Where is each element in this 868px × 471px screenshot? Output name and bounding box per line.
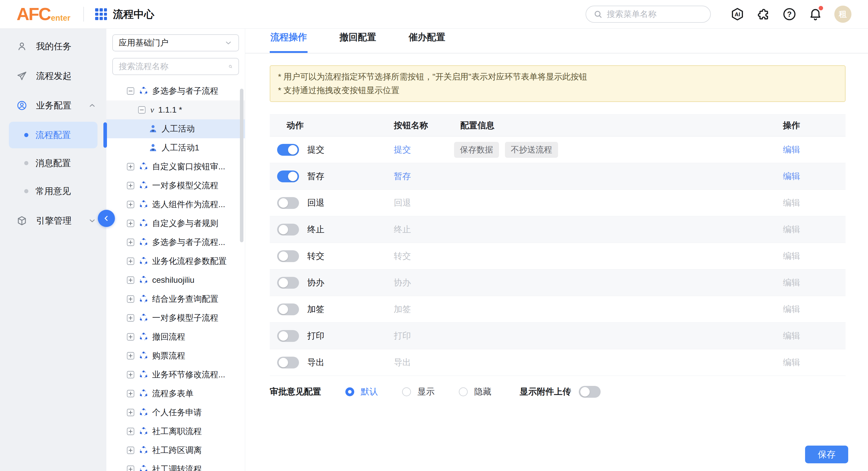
enable-toggle[interactable]: [277, 224, 299, 236]
enable-toggle[interactable]: [277, 277, 299, 289]
tab-process-actions[interactable]: 流程操作: [270, 31, 308, 53]
collapse-minus-icon[interactable]: [137, 105, 146, 114]
table-row-save-draft: 暂存 暂存 编辑: [270, 163, 845, 190]
sidebar-item-my-tasks[interactable]: 我的任务: [0, 32, 106, 61]
expand-plus-icon[interactable]: [126, 314, 135, 322]
grid-apps-icon: [95, 8, 107, 20]
expand-plus-icon[interactable]: [126, 162, 135, 171]
tree-node[interactable]: 社工跨区调离: [106, 441, 245, 460]
sidebar-item-process-start[interactable]: 流程发起: [0, 61, 106, 91]
app-switcher[interactable]: 流程中心: [95, 7, 154, 21]
expand-plus-icon[interactable]: [126, 238, 135, 247]
tree-node[interactable]: 一对多模型子流程: [106, 309, 245, 327]
tree-node-clipped[interactable]: 社工调转流程: [106, 460, 245, 471]
tree-node[interactable]: 自定义参与者规则: [106, 214, 245, 233]
sidebar-item-common-opinions[interactable]: 常用意见: [9, 178, 97, 205]
sidebar-item-label: 我的任务: [36, 40, 96, 53]
collapse-minus-icon[interactable]: [126, 87, 135, 95]
radio-default[interactable]: 默认: [345, 386, 378, 398]
tree-node[interactable]: 选人组件作为流程...: [106, 195, 245, 214]
enable-toggle[interactable]: [277, 357, 299, 369]
bullet-dot-icon: [24, 133, 28, 137]
process-icon: [139, 333, 148, 341]
button-name-link[interactable]: 提交: [394, 145, 411, 154]
expand-plus-icon[interactable]: [126, 333, 135, 341]
version-prefix: v: [150, 105, 154, 115]
tree-node[interactable]: 个人任务申请: [106, 403, 245, 422]
process-search[interactable]: [112, 58, 239, 75]
tree-node[interactable]: 社工离职流程: [106, 422, 245, 441]
tree-node[interactable]: 业务化流程参数配置: [106, 252, 245, 271]
edit-link: 编辑: [780, 304, 800, 314]
process-icon: [139, 87, 148, 95]
tab-withdraw-config[interactable]: 撤回配置: [339, 31, 377, 53]
tree-node[interactable]: 多选参与者子流程: [106, 82, 245, 100]
config-tag: 不抄送流程: [505, 142, 558, 158]
expand-plus-icon[interactable]: [126, 465, 135, 471]
process-icon: [139, 427, 148, 436]
expand-plus-icon[interactable]: [126, 446, 135, 455]
tree-node[interactable]: 多选参与者子流程...: [106, 233, 245, 252]
process-search-input[interactable]: [119, 62, 225, 71]
sidebar-item-business-config[interactable]: 业务配置: [0, 91, 106, 120]
edit-link[interactable]: 编辑: [780, 145, 800, 154]
help-icon[interactable]: ?: [782, 7, 797, 21]
save-button[interactable]: 保存: [805, 446, 848, 463]
tree-scrollbar[interactable]: [240, 89, 243, 242]
tree-node[interactable]: 业务环节修改流程...: [106, 365, 245, 384]
app-logo[interactable]: AFC enter: [17, 5, 70, 23]
profile-circle-icon: [17, 100, 27, 111]
tree-node[interactable]: 结合业务查询配置: [106, 289, 245, 309]
chevron-down-icon: [224, 39, 232, 47]
enable-toggle[interactable]: [277, 170, 299, 182]
button-name-link[interactable]: 暂存: [394, 171, 411, 181]
sidebar-item-process-config[interactable]: 流程配置: [9, 122, 97, 148]
portal-select[interactable]: 应用基础门户: [112, 34, 239, 52]
tree-node-activity-selected[interactable]: 人工活动: [106, 119, 245, 138]
tree-node[interactable]: 流程多表单: [106, 384, 245, 403]
attachment-upload-toggle[interactable]: [579, 386, 601, 398]
expand-plus-icon[interactable]: [126, 200, 135, 209]
expand-plus-icon[interactable]: [126, 351, 135, 360]
enable-toggle[interactable]: [277, 304, 299, 315]
sidebar-item-label: 引擎管理: [36, 215, 79, 227]
avatar[interactable]: 租: [834, 6, 851, 23]
notification-bell-icon[interactable]: [808, 7, 823, 21]
tree-node[interactable]: 购票流程: [106, 346, 245, 365]
edit-link[interactable]: 编辑: [780, 171, 800, 181]
column-header-operation: 操作: [780, 120, 845, 131]
column-header-config-info: 配置信息: [453, 120, 780, 131]
tree-node[interactable]: 自定义窗口按钮审...: [106, 157, 245, 176]
search-input[interactable]: [607, 9, 703, 19]
sidebar-item-engine-management[interactable]: 引擎管理: [0, 206, 106, 236]
tree-node[interactable]: 一对多模型父流程: [106, 176, 245, 195]
tree-node-version[interactable]: v 1.1.1 *: [106, 100, 245, 119]
sidebar-item-message-config[interactable]: 消息配置: [9, 150, 97, 177]
radio-hide[interactable]: 隐藏: [459, 386, 491, 398]
tree-node[interactable]: ceshiluojiliu: [106, 271, 245, 289]
ai-assistant-icon[interactable]: AI: [730, 7, 745, 21]
expand-plus-icon[interactable]: [126, 427, 135, 436]
process-icon: [139, 294, 148, 304]
expand-plus-icon[interactable]: [126, 219, 135, 228]
expand-plus-icon[interactable]: [126, 181, 135, 190]
plugin-puzzle-icon[interactable]: [756, 7, 771, 21]
button-name-link: 加签: [394, 304, 411, 314]
tab-urge-config[interactable]: 催办配置: [408, 31, 446, 53]
tree-node-activity[interactable]: 人工活动1: [106, 138, 245, 157]
enable-toggle[interactable]: [277, 144, 299, 156]
enable-toggle[interactable]: [277, 330, 299, 342]
enable-toggle[interactable]: [277, 197, 299, 209]
sidebar-collapse-button[interactable]: [98, 210, 115, 227]
expand-plus-icon[interactable]: [126, 370, 135, 379]
attachment-upload-label: 显示附件上传: [520, 386, 571, 398]
enable-toggle[interactable]: [277, 250, 299, 262]
expand-plus-icon[interactable]: [126, 276, 135, 285]
tree-node[interactable]: 撤回流程: [106, 327, 245, 346]
expand-plus-icon[interactable]: [126, 408, 135, 417]
expand-plus-icon[interactable]: [126, 294, 135, 304]
expand-plus-icon[interactable]: [126, 257, 135, 265]
menu-search[interactable]: [586, 6, 711, 23]
expand-plus-icon[interactable]: [126, 389, 135, 398]
radio-show[interactable]: 显示: [402, 386, 435, 398]
